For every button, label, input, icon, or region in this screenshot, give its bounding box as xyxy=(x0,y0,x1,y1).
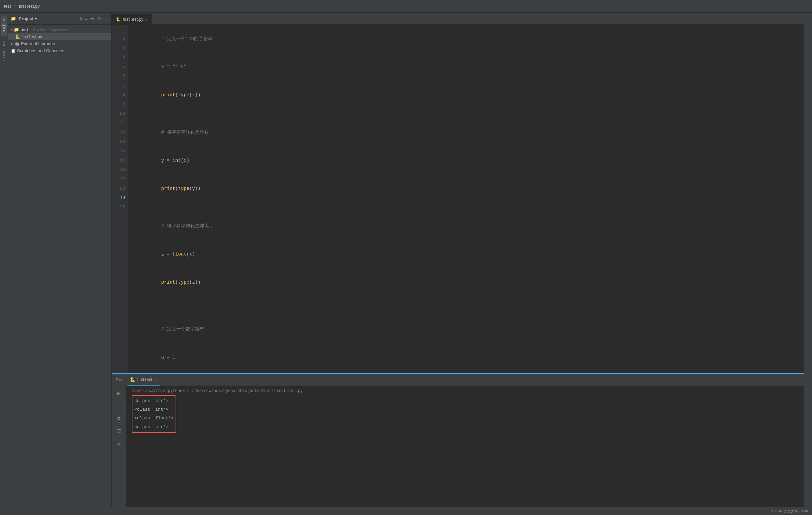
tree-item-scratches[interactable]: 📋 Scratches and Consoles xyxy=(8,47,111,54)
run-tab-firsttest[interactable]: 🐍 firstTest × xyxy=(127,374,160,385)
left-tab-strip: Project Structure xyxy=(0,13,8,507)
code-line-2: x = "123" xyxy=(133,53,799,81)
run-sidebar: ▶ ↑ ⚙ ☰ ⇌ xyxy=(112,386,126,507)
ln-4: 4 xyxy=(114,53,125,62)
ln-9: 9 xyxy=(114,99,125,109)
ln-12: 12 xyxy=(114,128,125,137)
code-line-9: # 将字符串转化成浮点型 xyxy=(133,212,799,240)
code-line-14: # 定义一个数字类型 xyxy=(133,315,799,343)
code-editor[interactable]: 1 2 3 4 5 6 7 8 9 10 11 12 13 14 15 16 1… xyxy=(112,25,804,373)
ln-3: 3 xyxy=(114,44,125,53)
title-project: test xyxy=(4,4,11,9)
scratch-icon: 📋 xyxy=(11,49,16,53)
title-bar: test > firstTest.py xyxy=(0,0,812,13)
ln-10: 10 xyxy=(114,109,125,118)
root-folder-path: ~/PycharmProjects/test xyxy=(31,28,68,32)
output-line-1: <class 'str'> xyxy=(135,397,174,405)
project-toolbar: 📁 Project ▾ ⊕ ≡ ⇌ ⚙ — xyxy=(8,13,111,25)
collapse-icon[interactable]: ≡ xyxy=(85,16,88,21)
ln-6: 6 xyxy=(114,71,125,81)
ln-16: 16 xyxy=(114,165,125,175)
root-folder-name: test xyxy=(20,27,28,32)
project-dropdown[interactable]: ▾ xyxy=(35,16,37,21)
status-bar: CSDN @文大奇 Quiin xyxy=(0,507,812,515)
editor-area: 🐍 firstTest.py × 1 2 3 4 5 6 7 8 9 10 11… xyxy=(112,13,804,507)
library-icon: 📚 xyxy=(15,41,20,46)
tab-close-button[interactable]: × xyxy=(145,18,147,21)
ln-14: 14 xyxy=(114,146,125,156)
run-settings-button[interactable]: ⚙ xyxy=(114,414,124,423)
python-file-icon: 🐍 xyxy=(15,34,20,39)
structure-vertical-tab[interactable]: Structure xyxy=(1,38,7,63)
code-line-15: a = 1 xyxy=(133,343,799,371)
ln-5: 5 xyxy=(114,62,125,71)
run-list-button[interactable]: ☰ xyxy=(114,427,124,436)
code-line-3: print(type(x)) xyxy=(133,81,799,109)
code-content[interactable]: # 定义一个123的字符串 x = "123" print(type(x)) #… xyxy=(128,25,804,373)
ln-11: 11 xyxy=(114,118,125,128)
project-title: Project ▾ xyxy=(19,16,37,21)
run-label: Run: xyxy=(116,377,125,382)
run-tab-name: firstTest xyxy=(137,377,152,382)
run-tab-close[interactable]: × xyxy=(155,377,158,382)
locate-icon[interactable]: ⊕ xyxy=(78,16,82,21)
ln-17: 17 xyxy=(114,175,125,184)
tab-bar: 🐍 firstTest.py × xyxy=(112,13,804,25)
code-line-10: z = float(x) xyxy=(133,240,799,268)
folder-icon: 📁 xyxy=(11,16,16,21)
chevron-down-icon: ▾ xyxy=(11,28,12,31)
minimize-icon[interactable]: — xyxy=(104,16,109,21)
tab-python-icon: 🐍 xyxy=(116,17,121,22)
ln-8: 8 xyxy=(114,90,125,99)
folder-open-icon: 📁 xyxy=(14,27,19,32)
chevron-right-icon: ▶ xyxy=(11,42,13,46)
editor-tab-firsttest[interactable]: 🐍 firstTest.py × xyxy=(112,14,152,24)
ln-2: 2 xyxy=(114,34,125,44)
ln-19: 19 xyxy=(114,193,125,203)
scratches-label: Scratches and Consoles xyxy=(17,48,64,53)
firsttest-filename: firstTest.py xyxy=(21,34,42,39)
code-line-6: y = int(x) xyxy=(133,146,799,175)
output-highlighted-box: <class 'str'> <class 'int'> <class 'floa… xyxy=(132,395,176,433)
tree-item-external-libraries[interactable]: ▶ 📚 External Libraries xyxy=(8,40,111,47)
run-tab-python-icon: 🐍 xyxy=(129,377,135,382)
run-wrap-button[interactable]: ⇌ xyxy=(114,439,124,449)
project-panel: 📁 Project ▾ ⊕ ≡ ⇌ ⚙ — ▾ 📁 test ~/Pycharm… xyxy=(8,13,112,507)
run-content: ▶ ↑ ⚙ ☰ ⇌ /usr/local/bin/python3.9 /User… xyxy=(112,386,804,507)
expand-icon[interactable]: ⇌ xyxy=(90,16,94,21)
code-line-5: # 将字符串转化为整数 xyxy=(133,118,799,146)
run-command-line: /usr/local/bin/python3.9 /Users/wenqi/Py… xyxy=(132,389,799,393)
line-numbers: 1 2 3 4 5 6 7 8 9 10 11 12 13 14 15 16 1… xyxy=(112,25,128,373)
run-tab-bar: Run: 🐍 firstTest × xyxy=(112,374,804,386)
ln-7: 7 xyxy=(114,81,125,90)
output-line-4: <class 'str'> xyxy=(135,423,174,431)
ln-18: 18 xyxy=(114,184,125,193)
tree-item-firsttest[interactable]: 🐍 firstTest.py xyxy=(8,33,111,40)
file-tree: ▾ 📁 test ~/PycharmProjects/test 🐍 firstT… xyxy=(8,25,111,507)
output-line-2: <class 'int'> xyxy=(135,405,174,414)
project-vertical-tab[interactable]: Project xyxy=(1,16,7,36)
code-line-11: print(type(z)) xyxy=(133,268,799,296)
settings-icon[interactable]: ⚙ xyxy=(97,16,102,21)
tab-filename: firstTest.py xyxy=(123,17,143,22)
right-strip xyxy=(804,13,812,507)
ln-20: 20 xyxy=(114,203,125,212)
run-up-button[interactable]: ↑ xyxy=(114,401,124,411)
tree-item-root-folder[interactable]: ▾ 📁 test ~/PycharmProjects/test xyxy=(8,26,111,33)
status-text: CSDN @文大奇 Quiin xyxy=(772,509,808,514)
code-line-13 xyxy=(133,306,799,315)
title-sep: > xyxy=(14,4,17,9)
run-play-button[interactable]: ▶ xyxy=(114,389,124,398)
ln-13: 13 xyxy=(114,137,125,146)
code-line-8 xyxy=(133,203,799,212)
main-layout: Project Structure 📁 Project ▾ ⊕ ≡ ⇌ ⚙ — … xyxy=(0,13,812,507)
title-file: firstTest.py xyxy=(19,4,40,9)
code-line-1: # 定义一个123的字符串 xyxy=(133,25,799,53)
project-toolbar-icons: ⊕ ≡ ⇌ ⚙ — xyxy=(78,16,109,21)
run-panel: Run: 🐍 firstTest × ▶ ↑ ⚙ ☰ ⇌ / xyxy=(112,373,804,507)
code-line-12 xyxy=(133,296,799,306)
ln-15: 15 xyxy=(114,156,125,165)
code-line-7: print(type(y)) xyxy=(133,175,799,203)
run-output: /usr/local/bin/python3.9 /Users/wenqi/Py… xyxy=(126,386,804,507)
output-line-3: <class 'float'> xyxy=(135,414,174,423)
